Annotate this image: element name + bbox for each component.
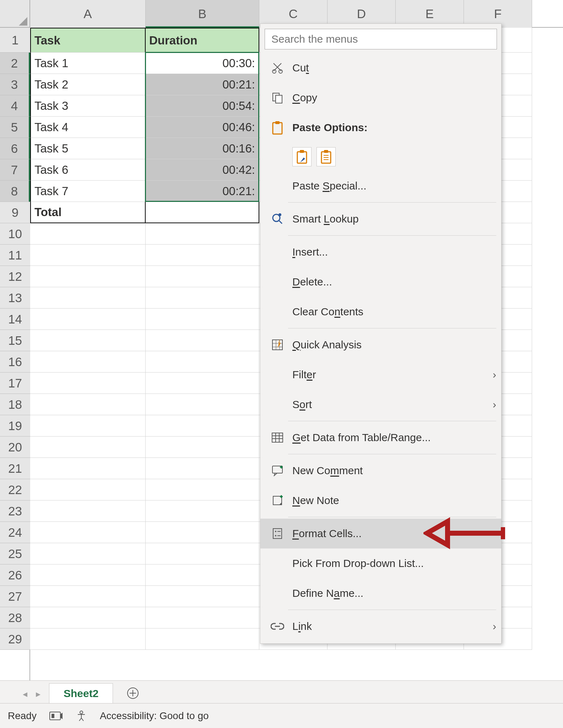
menu-item-filter[interactable]: Filter› xyxy=(260,360,501,390)
cell-B2[interactable]: 00:30: xyxy=(146,53,259,74)
cell-B16[interactable] xyxy=(146,351,259,373)
menu-item-cut[interactable]: Cut xyxy=(260,53,501,83)
menu-item-define-name[interactable]: Define Name... xyxy=(260,578,501,608)
cell-A17[interactable] xyxy=(30,373,146,394)
cell-B15[interactable] xyxy=(146,330,259,351)
row-header-1[interactable]: 1 xyxy=(0,28,30,53)
cell-A10[interactable] xyxy=(30,223,146,245)
cell-B11[interactable] xyxy=(146,245,259,266)
sheet-nav-next[interactable]: ▸ xyxy=(36,689,40,700)
cell-A5[interactable]: Task 4 xyxy=(30,117,146,138)
cell-A29[interactable] xyxy=(30,628,146,650)
macro-recorder-icon[interactable] xyxy=(49,711,63,721)
cell-B25[interactable] xyxy=(146,543,259,564)
menu-item-paste-options[interactable]: Paste Options: xyxy=(260,113,501,143)
row-header-17[interactable]: 17 xyxy=(0,373,30,394)
accessibility-icon[interactable] xyxy=(76,710,87,722)
cell-B26[interactable] xyxy=(146,564,259,586)
row-header-5[interactable]: 5 xyxy=(0,117,30,138)
column-header-B[interactable]: B xyxy=(146,0,259,28)
cell-A24[interactable] xyxy=(30,522,146,543)
menu-item-format-cells[interactable]: Format Cells... xyxy=(260,519,501,548)
cell-A8[interactable]: Task 7 xyxy=(30,181,146,202)
row-header-19[interactable]: 19 xyxy=(0,415,30,437)
cell-B5[interactable]: 00:46: xyxy=(146,117,259,138)
row-header-15[interactable]: 15 xyxy=(0,330,30,351)
cell-B6[interactable]: 00:16: xyxy=(146,138,259,159)
row-header-8[interactable]: 8 xyxy=(0,181,30,202)
cell-A15[interactable] xyxy=(30,330,146,351)
cell-B23[interactable] xyxy=(146,500,259,522)
cell-A4[interactable]: Task 3 xyxy=(30,95,146,117)
column-header-A[interactable]: A xyxy=(30,0,146,28)
cell-B27[interactable] xyxy=(146,586,259,607)
row-header-10[interactable]: 10 xyxy=(0,223,30,245)
row-header-29[interactable]: 29 xyxy=(0,628,30,650)
paste-brush-button[interactable] xyxy=(292,147,312,166)
cell-A25[interactable] xyxy=(30,543,146,564)
row-header-21[interactable]: 21 xyxy=(0,458,30,479)
cell-B29[interactable] xyxy=(146,628,259,650)
cell-A9[interactable]: Total xyxy=(30,202,146,223)
cell-B12[interactable] xyxy=(146,266,259,287)
menu-item-new-comment[interactable]: New Comment xyxy=(260,456,501,486)
cell-B14[interactable] xyxy=(146,309,259,330)
cell-B18[interactable] xyxy=(146,394,259,415)
menu-item-clear-contents[interactable]: Clear Contents xyxy=(260,297,501,327)
row-header-23[interactable]: 23 xyxy=(0,500,30,522)
cell-B17[interactable] xyxy=(146,373,259,394)
cell-A7[interactable]: Task 6 xyxy=(30,159,146,181)
new-sheet-button[interactable] xyxy=(124,684,142,702)
row-header-13[interactable]: 13 xyxy=(0,287,30,309)
row-header-28[interactable]: 28 xyxy=(0,607,30,628)
row-header-2[interactable]: 2 xyxy=(0,53,30,74)
row-header-24[interactable]: 24 xyxy=(0,522,30,543)
menu-search-input[interactable] xyxy=(265,29,497,49)
cell-A21[interactable] xyxy=(30,458,146,479)
cell-B3[interactable]: 00:21: xyxy=(146,74,259,95)
menu-item-delete[interactable]: Delete... xyxy=(260,267,501,297)
cell-A19[interactable] xyxy=(30,415,146,437)
cell-A28[interactable] xyxy=(30,607,146,628)
cell-B19[interactable] xyxy=(146,415,259,437)
row-header-3[interactable]: 3 xyxy=(0,74,30,95)
menu-item-get-data-from-table-range[interactable]: Get Data from Table/Range... xyxy=(260,423,501,453)
cell-B24[interactable] xyxy=(146,522,259,543)
cell-B21[interactable] xyxy=(146,458,259,479)
cell-A23[interactable] xyxy=(30,500,146,522)
row-header-27[interactable]: 27 xyxy=(0,586,30,607)
cell-A12[interactable] xyxy=(30,266,146,287)
sheet-tab-active[interactable]: Sheet2 xyxy=(49,683,113,703)
cell-B22[interactable] xyxy=(146,479,259,500)
row-header-22[interactable]: 22 xyxy=(0,479,30,500)
menu-item-paste-special[interactable]: Paste Special... xyxy=(260,171,501,201)
cell-A16[interactable] xyxy=(30,351,146,373)
row-header-26[interactable]: 26 xyxy=(0,564,30,586)
cell-B1[interactable]: Duration xyxy=(146,28,259,53)
row-header-6[interactable]: 6 xyxy=(0,138,30,159)
row-header-20[interactable]: 20 xyxy=(0,437,30,458)
cell-A13[interactable] xyxy=(30,287,146,309)
cell-A27[interactable] xyxy=(30,586,146,607)
menu-item-sort[interactable]: Sort› xyxy=(260,390,501,419)
cell-A6[interactable]: Task 5 xyxy=(30,138,146,159)
row-header-16[interactable]: 16 xyxy=(0,351,30,373)
menu-item-new-note[interactable]: New Note xyxy=(260,486,501,515)
cell-B7[interactable]: 00:42: xyxy=(146,159,259,181)
select-all-corner[interactable] xyxy=(0,0,30,28)
cell-A3[interactable]: Task 2 xyxy=(30,74,146,95)
cell-B9[interactable] xyxy=(146,202,259,223)
row-header-18[interactable]: 18 xyxy=(0,394,30,415)
cell-A26[interactable] xyxy=(30,564,146,586)
cell-A20[interactable] xyxy=(30,437,146,458)
row-header-14[interactable]: 14 xyxy=(0,309,30,330)
cell-B8[interactable]: 00:21: xyxy=(146,181,259,202)
row-header-25[interactable]: 25 xyxy=(0,543,30,564)
cell-A14[interactable] xyxy=(30,309,146,330)
row-header-7[interactable]: 7 xyxy=(0,159,30,181)
cell-A2[interactable]: Task 1 xyxy=(30,53,146,74)
menu-item-smart-lookup[interactable]: Smart Lookup xyxy=(260,204,501,234)
row-header-11[interactable]: 11 xyxy=(0,245,30,266)
row-header-9[interactable]: 9 xyxy=(0,202,30,223)
cell-B13[interactable] xyxy=(146,287,259,309)
